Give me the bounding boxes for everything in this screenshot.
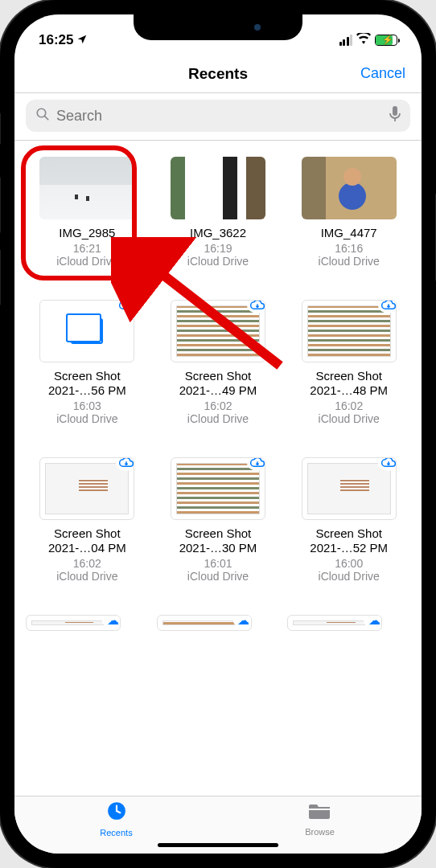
file-name: Screen Shot 2021-…30 PM — [163, 526, 272, 555]
screen: 16:25 ⚡ Recents Cancel — [14, 14, 422, 854]
clock-icon — [106, 800, 127, 826]
file-item[interactable]: IMG_362216:19iCloud Drive — [157, 157, 280, 268]
file-name: Screen Shot 2021-…48 PM — [294, 369, 403, 398]
file-item[interactable]: Screen Shot 2021-…04 PM16:02iCloud Drive — [26, 457, 149, 583]
file-time: 16:02 — [204, 399, 232, 412]
file-time: 16:03 — [73, 399, 101, 412]
file-time: 16:00 — [335, 557, 363, 570]
file-location: iCloud Drive — [56, 412, 117, 425]
cancel-button[interactable]: Cancel — [360, 65, 405, 82]
file-item[interactable]: Screen Shot 2021-…30 PM16:01iCloud Drive — [157, 457, 280, 583]
file-time: 16:01 — [204, 557, 232, 570]
file-thumbnail — [39, 157, 134, 219]
home-indicator[interactable] — [158, 843, 278, 847]
file-thumbnail — [302, 457, 397, 520]
wifi-icon — [356, 32, 371, 48]
cloud-download-icon — [378, 457, 397, 471]
tab-browse[interactable]: Browse — [218, 796, 422, 841]
file-time: 16:02 — [73, 557, 101, 570]
file-location: iCloud Drive — [187, 412, 249, 425]
status-time: 16:25 — [39, 32, 73, 48]
file-location: iCloud Drive — [56, 570, 117, 583]
file-name: Screen Shot 2021-…52 PM — [294, 526, 403, 555]
location-services-icon — [76, 34, 88, 47]
tab-recents-label: Recents — [100, 828, 132, 837]
battery-icon: ⚡ — [375, 35, 397, 46]
file-location: iCloud Drive — [56, 255, 117, 268]
partial-next-row: ☁ ☁ ☁ — [26, 615, 410, 631]
file-thumbnail — [171, 300, 265, 362]
volume-down-button — [0, 249, 1, 305]
svg-rect-6 — [309, 809, 331, 810]
tab-recents[interactable]: Recents — [14, 796, 218, 841]
cloud-download-icon — [116, 457, 134, 471]
cloud-download-icon — [116, 300, 134, 313]
file-location: iCloud Drive — [319, 412, 380, 425]
notch — [134, 14, 302, 40]
mute-switch — [0, 113, 1, 145]
file-location: iCloud Drive — [187, 570, 249, 583]
file-location: iCloud Drive — [319, 570, 380, 583]
file-item[interactable]: Screen Shot 2021-…52 PM16:00iCloud Drive — [287, 457, 410, 583]
svg-rect-2 — [393, 106, 397, 116]
file-thumbnail — [39, 300, 134, 362]
file-thumbnail — [171, 157, 265, 219]
phone-frame: 16:25 ⚡ Recents Cancel — [0, 0, 436, 868]
cellular-signal-icon — [339, 35, 353, 46]
search-bar[interactable] — [26, 100, 410, 132]
navigation-bar: Recents Cancel — [14, 55, 422, 93]
file-name: IMG_2985 — [59, 226, 115, 240]
file-item[interactable]: Screen Shot 2021-…49 PM16:02iCloud Drive — [157, 300, 280, 425]
cloud-download-icon — [378, 300, 397, 313]
file-thumbnail — [39, 457, 134, 520]
file-time: 16:02 — [335, 399, 363, 412]
microphone-icon[interactable] — [389, 106, 401, 126]
file-item[interactable]: IMG_298516:21iCloud Drive — [26, 157, 149, 268]
search-icon — [35, 107, 50, 125]
file-time: 16:16 — [335, 242, 363, 255]
file-thumbnail — [302, 157, 397, 219]
file-name: IMG_4477 — [321, 226, 377, 240]
search-input[interactable] — [56, 108, 383, 125]
file-grid-container: IMG_298516:21iCloud DriveIMG_362216:19iC… — [14, 141, 422, 796]
svg-line-1 — [45, 116, 48, 119]
tab-browse-label: Browse — [305, 827, 335, 837]
cloud-download-icon — [247, 457, 265, 471]
file-thumbnail — [171, 457, 265, 520]
file-name: Screen Shot 2021-…04 PM — [33, 526, 142, 555]
folder-icon — [309, 801, 331, 825]
volume-up-button — [0, 177, 1, 233]
file-location: iCloud Drive — [187, 255, 249, 268]
cloud-download-icon — [247, 300, 265, 313]
file-name: Screen Shot 2021-…56 PM — [33, 369, 142, 398]
file-time: 16:19 — [204, 242, 232, 255]
file-item[interactable]: IMG_447716:16iCloud Drive — [287, 157, 410, 268]
file-name: Screen Shot 2021-…49 PM — [163, 369, 272, 398]
file-item[interactable]: Screen Shot 2021-…56 PM16:03iCloud Drive — [26, 300, 149, 425]
file-thumbnail — [302, 300, 397, 362]
file-time: 16:21 — [73, 242, 101, 255]
page-title: Recents — [188, 65, 248, 83]
file-item[interactable]: Screen Shot 2021-…48 PM16:02iCloud Drive — [287, 300, 410, 425]
search-container — [14, 93, 422, 141]
file-location: iCloud Drive — [319, 255, 380, 268]
file-name: IMG_3622 — [190, 226, 246, 240]
